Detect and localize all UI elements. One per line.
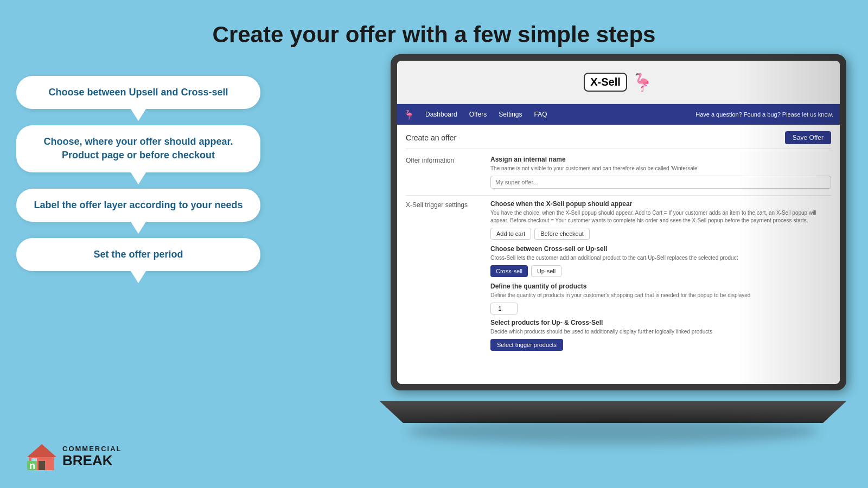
internal-name-title: Assign an internal name [490,156,831,163]
create-offer-title: Create an offer [406,133,456,142]
brand-break: BREAK [62,453,122,468]
svg-marker-1 [27,444,56,457]
internal-name-input[interactable] [490,176,831,189]
logo-box: X-Sell [584,73,627,92]
brand-text: COMMERCIAL BREAK [62,445,122,468]
nav-dashboard[interactable]: Dashboard [420,108,463,120]
nav-bird-icon: 🦩 [404,110,414,120]
popup-timing-desc: You have the choice, when the X-Sell pop… [490,209,831,224]
nav-help-text: Have a question? Found a bug? Please let… [695,111,833,118]
select-products-desc: Decide which products should be used to … [490,328,831,336]
nav-settings[interactable]: Settings [493,108,527,120]
logo-bird-icon: 🦩 [631,72,653,93]
app-header: X-Sell 🦩 [397,61,840,104]
bubble-4: Set the offer period [16,238,260,271]
create-offer-header: Create an offer Save Offer [406,131,831,149]
save-offer-button[interactable]: Save Offer [785,131,831,144]
add-to-cart-button[interactable]: Add to cart [490,228,531,240]
laptop-shadow [406,418,820,445]
popup-timing-buttons: Add to cart Before checkout [490,228,831,240]
app-logo: X-Sell 🦩 [584,72,653,93]
offer-information-section: Offer information Assign an internal nam… [406,156,831,189]
offer-information-content: Assign an internal name The name is not … [490,156,831,189]
upsell-button[interactable]: Up-sell [531,265,561,277]
quantity-desc: Define the quantity of products in your … [490,292,831,299]
bubble-2: Choose, where your offer should appear. … [16,125,260,172]
bubble-1: Choose between Upsell and Cross-sell [16,76,260,109]
page-title: Create your offer with a few simple step… [0,0,868,59]
app-nav: 🦩 Dashboard Offers Settings FAQ Have a q… [397,104,840,125]
brand-logo: n COMMERCIAL BREAK [27,442,122,472]
bubble-3: Label the offer layer according to your … [16,189,260,222]
brand-house-icon: n [27,442,57,472]
crosssell-title: Choose between Cross-sell or Up-sell [490,245,831,253]
nav-faq[interactable]: FAQ [529,108,553,120]
svg-rect-2 [39,461,45,470]
trigger-settings-section: X-Sell trigger settings Choose when the … [406,200,831,351]
before-checkout-button[interactable]: Before checkout [534,228,590,240]
section-divider-1 [406,195,831,196]
app-body: Create an offer Save Offer Offer informa… [397,125,840,384]
brand-commercial: COMMERCIAL [62,445,122,453]
laptop-screen: X-Sell 🦩 🦩 Dashboard Offers Settings FAQ… [397,61,840,384]
offer-information-label: Offer information [406,156,482,189]
laptop-screen-outer: X-Sell 🦩 🦩 Dashboard Offers Settings FAQ… [391,54,846,390]
quantity-input[interactable] [490,303,518,314]
popup-timing-title: Choose when the X-Sell popup should appe… [490,200,831,208]
crosssell-desc: Cross-Sell lets the customer add an addi… [490,254,831,262]
bubbles-container: Choose between Upsell and Cross-sell Cho… [16,76,260,287]
nav-offers[interactable]: Offers [464,108,492,120]
trigger-settings-label: X-Sell trigger settings [406,200,482,351]
select-trigger-products-button[interactable]: Select trigger products [490,339,563,351]
crosssell-buttons: Cross-sell Up-sell [490,265,831,277]
quantity-title: Define the quantity of products [490,282,831,290]
laptop-wrapper: X-Sell 🦩 🦩 Dashboard Offers Settings FAQ… [380,54,846,445]
select-products-title: Select products for Up- & Cross-Sell [490,319,831,326]
svg-text:n: n [29,460,35,471]
internal-name-desc: The name is not visible to your customer… [490,165,831,172]
crosssell-button[interactable]: Cross-sell [490,265,528,277]
trigger-settings-content: Choose when the X-Sell popup should appe… [490,200,831,351]
